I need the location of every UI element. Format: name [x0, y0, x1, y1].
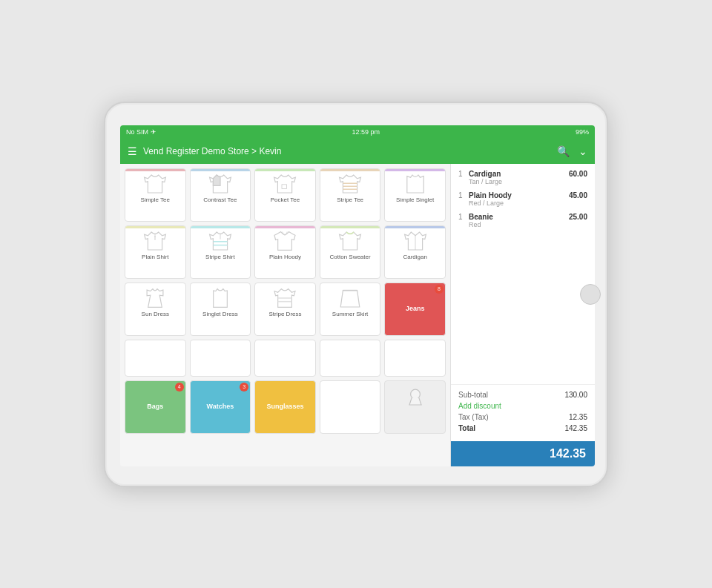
tablet-screen: No SIM ✈ 12:59 pm 99% ☰ Vend Register De… — [120, 125, 595, 466]
product-cardigan[interactable]: Cardigan — [384, 225, 446, 279]
product-singlet-dress[interactable]: Singlet Dress — [190, 283, 251, 336]
product-cotton-sweater[interactable]: Cotton Sweater — [320, 225, 381, 279]
cart-item-details-1: Cardigan Tan / Large — [469, 170, 569, 185]
product-contrast-tee[interactable]: Contrast Tee — [190, 168, 251, 222]
product-empty-3[interactable] — [254, 340, 316, 377]
tile-label-singlet-dress: Singlet Dress — [202, 311, 238, 318]
product-row-3: Sun Dress Singlet Dress — [125, 283, 446, 336]
menu-icon[interactable]: ☰ — [128, 145, 137, 157]
cart-item-beanie: 1 Beanie Red 25.00 — [458, 213, 587, 228]
checkout-amount: 142.35 — [550, 447, 586, 460]
svg-rect-0 — [282, 184, 286, 188]
tile-label-stripe-dress: Stripe Dress — [268, 311, 301, 318]
cart-item-qty-3: 1 — [458, 213, 466, 221]
product-jeans[interactable]: 8 Jeans — [384, 283, 446, 336]
checkout-bar[interactable]: 142.35 — [451, 441, 595, 466]
store-title: Vend Register Demo Store > Kevin — [143, 146, 557, 156]
tile-label-summer-skirt: Summer Skirt — [332, 311, 368, 318]
product-pocket-tee[interactable]: Pocket Tee — [254, 168, 316, 222]
tile-label-bags: Bags — [147, 403, 163, 411]
tile-label-stripe-tee: Stripe Tee — [337, 196, 363, 204]
cart-item-details-3: Beanie Red — [469, 213, 569, 228]
tile-label-simple-singlet: Simple Singlet — [396, 196, 434, 204]
cart-item-details-2: Plain Hoody Red / Large — [469, 191, 569, 207]
tile-label-stripe-shirt: Stripe Shirt — [205, 254, 235, 261]
product-grid-area: Simple Tee Contrast Tee — [120, 164, 450, 466]
jeans-badge: 8 — [435, 285, 444, 294]
total-row: Total 142.35 — [458, 424, 587, 432]
total-label: Total — [458, 424, 475, 432]
cart-item-price-2: 45.00 — [569, 191, 587, 199]
product-empty-r5-4[interactable] — [320, 380, 381, 434]
product-simple-singlet[interactable]: Simple Singlet — [384, 168, 446, 222]
tax-value: 12.35 — [569, 413, 587, 421]
product-row-4 — [125, 340, 446, 377]
tile-label-cotton-sweater: Cotton Sweater — [330, 254, 371, 261]
svg-point-5 — [154, 236, 156, 237]
time-display: 12:59 pm — [352, 128, 380, 136]
cart-item-variant-2: Red / Large — [469, 199, 569, 207]
product-empty-5[interactable] — [384, 340, 446, 377]
battery-indicator: 99% — [576, 128, 589, 136]
cart-item-cardigan: 1 Cardigan Tan / Large 60.00 — [458, 170, 587, 185]
cart-item-variant-3: Red — [469, 221, 569, 228]
tablet-wrapper: No SIM ✈ 12:59 pm 99% ☰ Vend Register De… — [104, 102, 608, 487]
cart-item-price-1: 60.00 — [569, 170, 587, 178]
product-stripe-tee[interactable]: Stripe Tee — [320, 168, 381, 222]
tile-label-sun-dress: Sun Dress — [142, 311, 169, 318]
status-bar: No SIM ✈ 12:59 pm 99% — [120, 125, 595, 139]
tile-label-sunglasses: Sunglasses — [266, 403, 303, 411]
tile-label-simple-tee: Simple Tee — [141, 196, 170, 204]
product-sun-dress[interactable]: Sun Dress — [125, 283, 186, 336]
cart-item-qty-1: 1 — [458, 170, 466, 178]
tile-label-contrast-tee: Contrast Tee — [203, 196, 237, 204]
svg-point-14 — [410, 389, 420, 399]
product-empty-1[interactable] — [125, 340, 186, 377]
tile-label-pocket-tee: Pocket Tee — [271, 196, 300, 204]
subtotal-row: Sub-total 130.00 — [458, 391, 587, 399]
product-plain-hoody[interactable]: Plain Hoody — [254, 225, 316, 279]
tile-label-cardigan: Cardigan — [403, 254, 426, 261]
tile-label-plain-shirt: Plain Shirt — [142, 254, 168, 261]
product-row-2: Plain Shirt Stripe Shirt — [125, 225, 446, 279]
bags-badge: 4 — [175, 383, 184, 392]
main-content: Simple Tee Contrast Tee — [120, 164, 595, 466]
subtotal-value: 130.00 — [564, 391, 587, 399]
search-icon[interactable]: 🔍 — [557, 145, 570, 157]
cart-item-hoody: 1 Plain Hoody Red / Large 45.00 — [458, 191, 587, 207]
product-stripe-dress[interactable]: Stripe Dress — [254, 283, 316, 336]
product-empty-r5-5[interactable] — [384, 380, 446, 434]
watches-badge: 3 — [240, 383, 248, 392]
cart-item-name-1: Cardigan — [469, 170, 569, 178]
cart-totals: Sub-total 130.00 Add discount Tax (Tax) … — [451, 384, 595, 441]
total-value: 142.35 — [564, 424, 587, 432]
product-watches[interactable]: 3 Watches — [190, 380, 251, 434]
signal-indicator: No SIM ✈ — [126, 128, 156, 136]
tablet-frame: No SIM ✈ 12:59 pm 99% ☰ Vend Register De… — [104, 102, 608, 487]
product-empty-4[interactable] — [320, 340, 381, 377]
product-plain-shirt[interactable]: Plain Shirt — [125, 225, 186, 279]
product-sunglasses[interactable]: Sunglasses — [254, 380, 316, 434]
tile-label-plain-hoody: Plain Hoody — [269, 254, 301, 261]
product-simple-tee[interactable]: Simple Tee — [125, 168, 186, 222]
svg-point-6 — [154, 238, 156, 240]
cart-item-price-3: 25.00 — [569, 213, 587, 221]
product-bags[interactable]: 4 Bags — [125, 380, 186, 434]
product-row-5: 4 Bags 3 Watches Sunglasses — [125, 380, 446, 434]
cart-panel: 1 Cardigan Tan / Large 60.00 1 Plain Hoo… — [450, 164, 595, 466]
subtotal-label: Sub-total — [458, 391, 488, 399]
add-discount-link[interactable]: Add discount — [458, 402, 587, 410]
product-stripe-shirt[interactable]: Stripe Shirt — [190, 225, 251, 279]
product-empty-2[interactable] — [190, 340, 251, 377]
cart-items-list: 1 Cardigan Tan / Large 60.00 1 Plain Hoo… — [451, 164, 595, 384]
nav-bar: ☰ Vend Register Demo Store > Kevin 🔍 ⌄ — [120, 139, 595, 164]
chevron-down-icon[interactable]: ⌄ — [578, 145, 587, 157]
home-button[interactable] — [580, 284, 601, 305]
tile-label-watches: Watches — [207, 403, 234, 411]
cart-item-variant-1: Tan / Large — [469, 178, 569, 185]
cart-item-qty-2: 1 — [458, 191, 466, 199]
nav-icons: 🔍 ⌄ — [557, 145, 587, 157]
cart-item-name-2: Plain Hoody — [469, 191, 569, 199]
product-summer-skirt[interactable]: Summer Skirt — [320, 283, 381, 336]
cart-item-name-3: Beanie — [469, 213, 569, 221]
